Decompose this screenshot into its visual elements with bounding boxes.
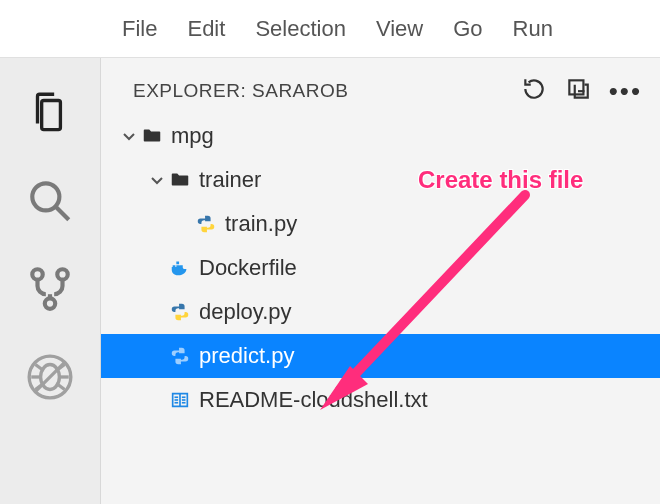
- python-file-icon: [193, 213, 219, 235]
- menu-view[interactable]: View: [376, 16, 423, 42]
- activity-bar: [0, 58, 100, 504]
- svg-rect-14: [569, 80, 583, 94]
- python-file-icon: [167, 301, 193, 323]
- tree-file-train-py[interactable]: train.py: [101, 202, 660, 246]
- tree-folder-mpg[interactable]: mpg: [101, 114, 660, 158]
- tree-label: predict.py: [199, 343, 294, 369]
- collapse-all-icon[interactable]: [565, 76, 591, 106]
- text-file-icon: [167, 389, 193, 411]
- explorer-header-actions: •••: [521, 76, 642, 106]
- svg-point-4: [45, 298, 55, 308]
- debug-disabled-icon[interactable]: [25, 352, 75, 406]
- explorer-panel: EXPLORER: SARAROB •••: [100, 58, 660, 504]
- python-file-icon: [167, 345, 193, 367]
- tree-file-predict-py[interactable]: predict.py: [101, 334, 660, 378]
- tree-label: trainer: [199, 167, 261, 193]
- folder-icon: [167, 169, 193, 191]
- tree-label: deploy.py: [199, 299, 292, 325]
- menu-selection[interactable]: Selection: [255, 16, 346, 42]
- tree-label: Dockerfile: [199, 255, 297, 281]
- chevron-down-icon: [119, 128, 139, 144]
- tree-file-deploy-py[interactable]: deploy.py: [101, 290, 660, 334]
- menu-edit[interactable]: Edit: [187, 16, 225, 42]
- annotation-text: Create this file: [418, 166, 583, 194]
- tree-label: README-cloudshell.txt: [199, 387, 428, 413]
- folder-icon: [139, 125, 165, 147]
- search-icon[interactable]: [25, 176, 75, 230]
- source-control-icon[interactable]: [25, 264, 75, 318]
- tree-file-dockerfile[interactable]: Dockerfile: [101, 246, 660, 290]
- menu-bar: File Edit Selection View Go Run: [0, 0, 660, 58]
- menu-run[interactable]: Run: [513, 16, 553, 42]
- menu-go[interactable]: Go: [453, 16, 482, 42]
- docker-file-icon: [167, 257, 193, 279]
- svg-point-2: [32, 269, 42, 279]
- file-tree: mpg trainer train.py Dockerfile: [101, 114, 660, 422]
- explorer-icon[interactable]: [25, 88, 75, 142]
- svg-line-1: [56, 207, 69, 220]
- svg-point-3: [57, 269, 67, 279]
- explorer-title: EXPLORER: SARAROB: [133, 80, 348, 102]
- explorer-header: EXPLORER: SARAROB •••: [101, 58, 660, 114]
- chevron-down-icon: [147, 172, 167, 188]
- refresh-icon[interactable]: [521, 76, 547, 106]
- tree-label: train.py: [225, 211, 297, 237]
- tree-file-readme[interactable]: README-cloudshell.txt: [101, 378, 660, 422]
- menu-file[interactable]: File: [122, 16, 157, 42]
- tree-label: mpg: [171, 123, 214, 149]
- svg-point-0: [32, 183, 59, 210]
